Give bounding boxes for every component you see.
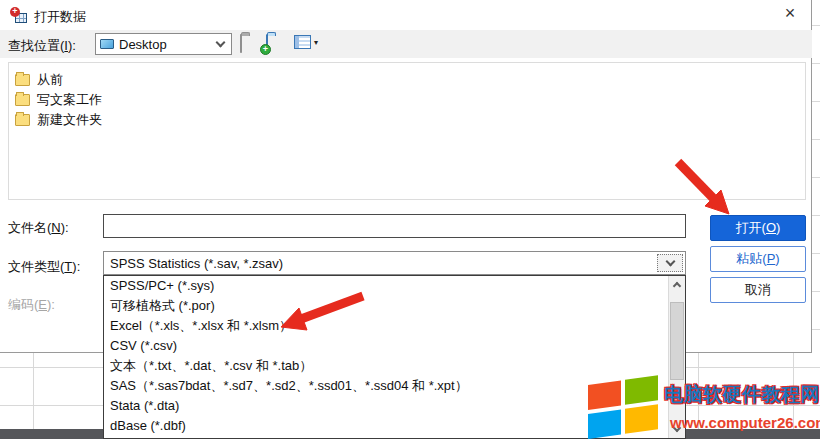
close-icon[interactable]: × bbox=[779, 3, 801, 25]
file-name-label: 文件名(N): bbox=[8, 219, 69, 237]
file-type-dropdown-button[interactable] bbox=[657, 254, 683, 272]
watermark-site-url: www.computer26.com bbox=[670, 414, 820, 431]
paste-button[interactable]: 粘贴(P) bbox=[710, 246, 806, 272]
file-type-option[interactable]: 可移植格式 (*.por) bbox=[104, 296, 685, 316]
folder-icon bbox=[15, 94, 30, 106]
dialog-toolbar: 查找位置(I): Desktop + ▾ bbox=[0, 30, 812, 58]
file-type-option[interactable]: CSV (*.csv) bbox=[104, 336, 685, 356]
dialog-titlebar: + 打开数据 × bbox=[0, 0, 811, 30]
file-type-label: 文件类型(T): bbox=[8, 258, 80, 276]
chevron-down-icon bbox=[665, 257, 675, 267]
folder-icon bbox=[15, 74, 30, 86]
spss-data-icon: + bbox=[10, 7, 27, 24]
open-button[interactable]: 打开(O) bbox=[710, 215, 806, 241]
file-type-option-excel[interactable]: Excel（*.xls、*.xlsx 和 *.xlsm） bbox=[104, 316, 685, 336]
caret-down-icon: ▾ bbox=[314, 38, 318, 47]
folder-up-icon bbox=[240, 34, 242, 53]
encoding-label: 编码(E): bbox=[8, 296, 55, 314]
up-one-level-button[interactable] bbox=[240, 35, 242, 53]
file-list-panel[interactable]: 从前 写文案工作 新建文件夹 bbox=[8, 62, 806, 200]
location-value: Desktop bbox=[119, 37, 167, 52]
dialog-title: 打开数据 bbox=[34, 8, 86, 26]
windows-flag-logo-icon bbox=[588, 375, 660, 439]
watermark: 电脑软硬件教程网 www.computer26.com bbox=[586, 376, 820, 439]
file-type-dropdown[interactable]: SPSS Statistics (*.sav, *.zsav) bbox=[103, 251, 686, 275]
folder-item[interactable]: 写文案工作 bbox=[15, 91, 102, 109]
file-type-option[interactable]: 文本（*.txt、*.dat、*.csv 和 *.tab） bbox=[104, 356, 685, 376]
new-folder-button[interactable]: + bbox=[266, 35, 268, 53]
new-folder-icon: + bbox=[266, 34, 268, 53]
views-icon bbox=[294, 35, 311, 49]
folder-icon bbox=[15, 114, 30, 126]
file-name-input[interactable] bbox=[103, 214, 686, 238]
desktop-icon bbox=[100, 39, 114, 49]
file-type-value: SPSS Statistics (*.sav, *.zsav) bbox=[110, 256, 283, 271]
chevron-down-icon bbox=[216, 38, 226, 48]
views-menu-button[interactable]: ▾ bbox=[294, 35, 318, 49]
scroll-up-icon[interactable] bbox=[669, 276, 685, 293]
watermark-site-name: 电脑软硬件教程网 bbox=[664, 382, 820, 408]
cancel-button[interactable]: 取消 bbox=[710, 277, 806, 303]
folder-item[interactable]: 从前 bbox=[15, 71, 63, 89]
file-type-option[interactable]: SPSS/PC+ (*.sys) bbox=[104, 276, 685, 296]
location-dropdown[interactable]: Desktop bbox=[95, 33, 232, 55]
scrollbar-thumb[interactable] bbox=[670, 302, 684, 380]
folder-item[interactable]: 新建文件夹 bbox=[15, 111, 102, 129]
look-in-label: 查找位置(I): bbox=[8, 37, 76, 55]
